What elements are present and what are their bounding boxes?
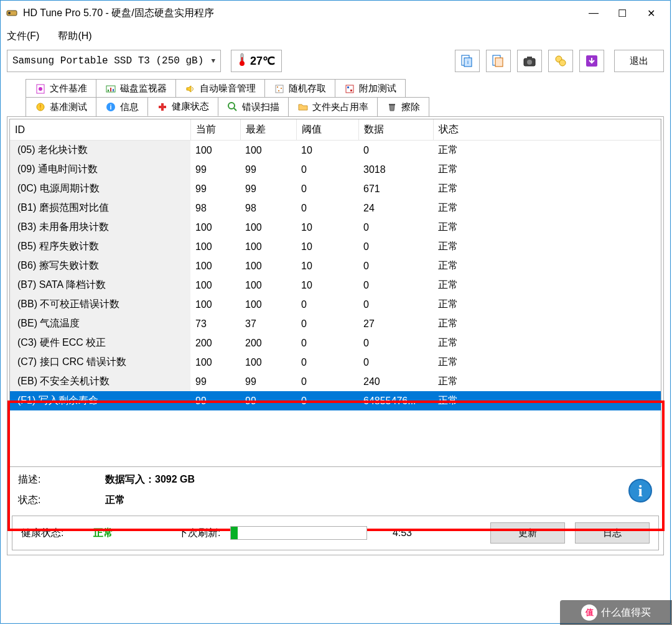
svg-text:!: ! — [40, 104, 42, 111]
svg-rect-9 — [495, 58, 503, 67]
header-id[interactable]: ID — [10, 119, 190, 141]
copy-screenshot-button[interactable] — [486, 50, 511, 72]
cell-thr: 10 — [296, 256, 358, 275]
table-row[interactable]: (EB) 不安全关机计数99990240正常 — [10, 372, 661, 391]
cell-cur: 99 — [190, 391, 240, 410]
cell-data: 0 — [358, 333, 433, 353]
table-row[interactable]: (05) 老化块计数100100100正常 — [10, 141, 661, 160]
tab-文件基准[interactable]: 文件基准 — [26, 79, 96, 98]
chevron-down-icon: ▼ — [211, 57, 215, 65]
tab-自动噪音管理[interactable]: 自动噪音管理 — [175, 79, 265, 98]
health-status-label: 健康状态: — [21, 527, 83, 540]
svg-rect-37 — [389, 104, 395, 105]
status-value: 正常 — [105, 494, 125, 507]
table-row[interactable]: (C3) 硬件 ECC 校正20020000正常 — [10, 333, 661, 353]
camera-button[interactable] — [517, 50, 542, 72]
header-current[interactable]: 当前 — [190, 119, 240, 141]
table-row[interactable]: (C7) 接口 CRC 错误计数10010000正常 — [10, 353, 661, 372]
cell-cur: 99 — [190, 372, 240, 391]
cell-thr: 0 — [296, 179, 358, 198]
benchmark-icon: ! — [35, 101, 46, 113]
cell-worst: 99 — [240, 372, 296, 391]
cell-thr: 10 — [296, 275, 358, 295]
window-title: HD Tune Pro 5.70 - 硬盘/固态硬盘实用程序 — [23, 7, 579, 20]
erase-icon — [386, 101, 398, 113]
cell-status: 正常 — [433, 275, 661, 295]
cell-cur: 100 — [190, 256, 240, 275]
tab-随机存取[interactable]: 随机存取 — [264, 79, 335, 98]
header-data[interactable]: 数据 — [358, 119, 433, 141]
options-button[interactable] — [548, 50, 573, 72]
cell-thr: 0 — [296, 295, 358, 314]
cell-status: 正常 — [433, 160, 661, 179]
table-header-row: ID 当前 最差 阈值 数据 状态 — [10, 119, 661, 141]
cell-data: 0 — [358, 275, 433, 295]
cell-data: 240 — [358, 372, 433, 391]
table-row[interactable]: (B7) SATA 降档计数100100100正常 — [10, 275, 661, 295]
detail-area: 描述: 数据写入：3092 GB 状态: 正常 i — [9, 467, 661, 511]
log-button[interactable]: 日志 — [575, 522, 650, 544]
cell-data: 27 — [358, 314, 433, 333]
header-status[interactable]: 状态 — [433, 119, 661, 141]
svg-rect-34 — [159, 106, 166, 108]
cell-thr: 0 — [296, 314, 358, 333]
health-status-value: 正常 — [93, 527, 168, 540]
table-row[interactable]: (BB) 不可校正错误计数10010000正常 — [10, 295, 661, 314]
copy-info-button[interactable]: i — [455, 50, 480, 72]
cell-thr: 0 — [296, 372, 358, 391]
table-row[interactable]: (09) 通电时间计数999903018正常 — [10, 160, 661, 179]
tab-附加测试[interactable]: 附加测试 — [335, 79, 406, 98]
speaker-icon — [185, 83, 196, 95]
cell-data: 0 — [358, 218, 433, 237]
save-button[interactable] — [579, 50, 604, 72]
refresh-progress — [230, 526, 367, 540]
header-threshold[interactable]: 阈值 — [296, 119, 358, 141]
table-row[interactable]: (F1) 写入剩余寿命9999064855476...正常 — [10, 391, 661, 410]
titlebar[interactable]: HD Tune Pro 5.70 - 硬盘/固态硬盘实用程序 — ☐ ✕ — [1, 1, 670, 25]
next-refresh-label: 下次刷新: — [178, 527, 220, 540]
close-button[interactable]: ✕ — [637, 3, 665, 23]
tab-错误扫描[interactable]: 错误扫描 — [218, 97, 289, 116]
svg-rect-27 — [347, 86, 349, 88]
error-scan-icon — [227, 101, 238, 113]
cell-worst: 100 — [240, 295, 296, 314]
cell-worst: 100 — [240, 218, 296, 237]
minimize-button[interactable]: — — [579, 3, 608, 23]
status-label: 状态: — [18, 494, 105, 507]
tab-信息[interactable]: i信息 — [96, 97, 148, 116]
menu-file[interactable]: 文件(F) — [7, 30, 39, 43]
svg-rect-22 — [276, 85, 283, 93]
update-button[interactable]: 更新 — [490, 522, 565, 544]
table-row[interactable]: (B6) 擦写失败计数100100100正常 — [10, 256, 661, 275]
table-row[interactable]: (BE) 气流温度7337027正常 — [10, 314, 661, 333]
tab-文件夹占用率[interactable]: 文件夹占用率 — [288, 97, 378, 116]
svg-rect-4 — [241, 57, 243, 63]
temperature-display: 27℃ — [231, 50, 282, 72]
header-worst[interactable]: 最差 — [240, 119, 296, 141]
smart-table: ID 当前 最差 阈值 数据 状态 (05) 老化块计数100100100正常(… — [9, 119, 661, 467]
tab-磁盘监视器[interactable]: 磁盘监视器 — [96, 79, 176, 98]
drive-select[interactable]: Samsung Portable SSD T3 (250 gB) ▼ — [7, 50, 221, 72]
cell-id: (B5) 程序失败计数 — [10, 237, 190, 256]
health-icon — [157, 101, 168, 113]
table-row[interactable]: (0C) 电源周期计数99990671正常 — [10, 179, 661, 198]
svg-point-23 — [277, 86, 278, 88]
table-row[interactable]: (B3) 未用备用块计数100100100正常 — [10, 218, 661, 237]
cell-cur: 99 — [190, 160, 240, 179]
cell-data: 0 — [358, 353, 433, 372]
cell-cur: 100 — [190, 141, 240, 160]
cell-cur: 100 — [190, 218, 240, 237]
info-icon[interactable]: i — [628, 478, 653, 503]
menu-help[interactable]: 帮助(H) — [58, 30, 91, 43]
info-icon: i — [105, 101, 116, 113]
maximize-button[interactable]: ☐ — [608, 3, 637, 23]
table-row[interactable]: (B1) 磨损范围对比值9898024正常 — [10, 198, 661, 218]
cell-cur: 98 — [190, 198, 240, 218]
tab-基准测试[interactable]: !基准测试 — [26, 97, 96, 116]
cell-id: (BB) 不可校正错误计数 — [10, 295, 190, 314]
exit-button[interactable]: 退出 — [614, 50, 664, 72]
table-row[interactable]: (B5) 程序失败计数100100100正常 — [10, 237, 661, 256]
tab-擦除[interactable]: 擦除 — [377, 97, 429, 116]
tab-健康状态[interactable]: 健康状态 — [147, 97, 218, 116]
cell-id: (09) 通电时间计数 — [10, 160, 190, 179]
